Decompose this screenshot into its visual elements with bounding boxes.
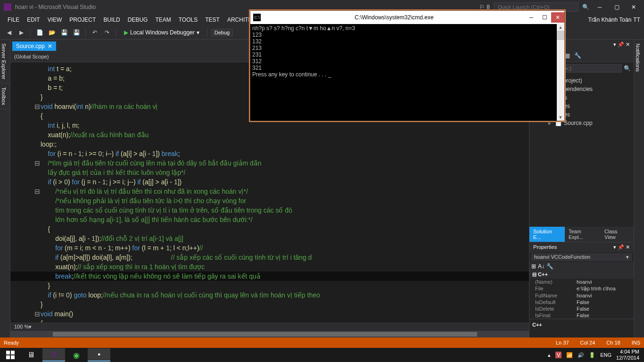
property-row[interactable]: Filee:\lập trình c\hoa bbox=[529, 285, 634, 292]
restore-button[interactable]: ▢ bbox=[610, 2, 623, 12]
cmd-close-button[interactable]: ✕ bbox=[551, 12, 564, 23]
tray-network-icon[interactable]: 📶 bbox=[566, 352, 573, 358]
menu-edit[interactable]: EDIT bbox=[23, 16, 43, 24]
save-all-icon[interactable]: 💾 bbox=[71, 27, 82, 38]
minimize-button[interactable]: ─ bbox=[593, 2, 606, 12]
scroll-thumb[interactable] bbox=[53, 332, 477, 337]
alphabetical-icon[interactable]: A↓ bbox=[538, 263, 545, 270]
property-row[interactable]: IsDeleteFalse bbox=[529, 305, 634, 312]
taskbar-cmd[interactable]: ▪ bbox=[88, 348, 110, 362]
tray-language[interactable]: ENG bbox=[600, 352, 611, 358]
properties-object-combo[interactable]: hoanvi VCCodeFunction▾ bbox=[531, 253, 632, 261]
tray-volume-icon[interactable]: 🔊 bbox=[578, 352, 584, 358]
menu-build[interactable]: BUILD bbox=[99, 16, 124, 24]
close-icon[interactable]: ✕ bbox=[626, 244, 630, 250]
vs-logo-icon bbox=[4, 3, 11, 11]
close-panel-icon[interactable]: ✕ bbox=[626, 41, 630, 47]
cmd-maximize-button[interactable]: ☐ bbox=[538, 12, 551, 23]
menu-team[interactable]: TEAM bbox=[151, 16, 174, 24]
taskbar-visual-studio[interactable]: ⧉ bbox=[42, 348, 65, 362]
status-line: Ln 37 bbox=[556, 340, 569, 346]
windows-taskbar: 🖥 ⧉ ◉ ▪ ▴ V 📶 🔊 🔋 ENG 4:04 PM 12/7/2014 bbox=[0, 348, 644, 362]
redo-icon[interactable]: ↷ bbox=[102, 27, 112, 38]
open-icon[interactable]: 📂 bbox=[47, 27, 57, 38]
wrench-icon[interactable]: 🔧 bbox=[546, 263, 553, 270]
cmd-minimize-button[interactable]: ─ bbox=[525, 12, 538, 23]
scope-dropdown[interactable]: (Global Scope) bbox=[14, 54, 49, 59]
cmd-scrollbar[interactable]: ▲ ▼ bbox=[557, 24, 564, 121]
menu-file[interactable]: FILE bbox=[4, 16, 23, 24]
tab-class-view[interactable]: Class View bbox=[601, 227, 634, 242]
nav-back-icon[interactable]: ◀ bbox=[4, 27, 14, 38]
cmd-title-text: C:\Windows\system32\cmd.exe bbox=[264, 14, 525, 21]
server-explorer-tab[interactable]: Server Explorer bbox=[0, 40, 10, 83]
scroll-up-icon[interactable]: ▲ bbox=[557, 24, 564, 31]
properties-grid[interactable]: ⊟ C++ (Name)hoanviFilee:\lập trình c\hoa… bbox=[529, 271, 634, 319]
cmd-title-bar[interactable]: C:\ C:\Windows\system32\cmd.exe ─ ☐ ✕ bbox=[250, 11, 564, 24]
save-icon[interactable]: 💾 bbox=[59, 27, 69, 38]
menu-debug[interactable]: DEBUG bbox=[124, 16, 152, 24]
zoom-level[interactable]: 100 % bbox=[14, 324, 29, 329]
system-tray: ▴ V 📶 🔊 🔋 ENG 4:04 PM 12/7/2014 bbox=[548, 349, 643, 361]
close-button[interactable]: ✕ bbox=[627, 2, 640, 12]
left-tool-rail: Server Explorer Toolbox bbox=[0, 40, 10, 337]
window-title: hoan vi - Microsoft Visual Studio bbox=[15, 4, 479, 10]
property-description: C++ bbox=[529, 319, 634, 337]
notifications-tab[interactable]: Notifications bbox=[634, 40, 642, 75]
new-file-icon[interactable]: 📄 bbox=[34, 27, 45, 38]
categorized-icon[interactable]: ⊞ bbox=[531, 263, 536, 270]
properties-title: Properties bbox=[533, 244, 557, 250]
tray-battery-icon[interactable]: 🔋 bbox=[589, 352, 595, 358]
status-bar: Ready Ln 37 Col 24 Ch 18 INS bbox=[0, 337, 644, 348]
nav-forward-icon[interactable]: ▶ bbox=[16, 27, 26, 38]
dropdown-icon[interactable]: ▾ bbox=[613, 41, 616, 47]
menu-tools[interactable]: TOOLS bbox=[175, 16, 201, 24]
cmd-icon: C:\ bbox=[253, 14, 261, 21]
menu-project[interactable]: PROJECT bbox=[66, 16, 99, 24]
status-ch: Ch 18 bbox=[606, 340, 620, 346]
config-combo[interactable]: Debug bbox=[211, 29, 233, 36]
right-tool-rail: Notifications bbox=[634, 40, 644, 337]
search-icon[interactable]: 🔍 bbox=[624, 65, 634, 72]
tab-solution-explorer[interactable]: Solution E... bbox=[529, 227, 565, 242]
property-row[interactable]: (Name)hoanvi bbox=[529, 279, 634, 285]
pin-icon[interactable]: 📌 bbox=[618, 41, 624, 47]
menu-view[interactable]: VIEW bbox=[44, 16, 66, 24]
cmd-window[interactable]: C:\ C:\Windows\system32\cmd.exe ─ ☐ ✕ nh… bbox=[250, 10, 565, 121]
status-ready: Ready bbox=[4, 340, 545, 346]
taskbar-app-3[interactable]: ◉ bbox=[65, 348, 88, 362]
horizontal-scrollbar[interactable] bbox=[10, 331, 529, 337]
status-ins: INS bbox=[632, 340, 640, 346]
undo-icon[interactable]: ↶ bbox=[90, 27, 100, 38]
pin-icon[interactable]: ▾ 📌 bbox=[613, 244, 624, 250]
property-row[interactable]: IsFinalFalse bbox=[529, 312, 634, 319]
search-icon[interactable]: 🔍 bbox=[582, 4, 589, 10]
toolbox-tab[interactable]: Toolbox bbox=[0, 83, 10, 109]
windows-logo-icon bbox=[6, 351, 15, 359]
status-col: Col 24 bbox=[580, 340, 595, 346]
user-name[interactable]: Trần Khánh Toàn bbox=[588, 16, 632, 23]
file-tab-source[interactable]: Source.cpp ✕ bbox=[12, 41, 56, 51]
tab-team-explorer[interactable]: Team Expl... bbox=[565, 227, 601, 242]
property-category: ⊟ C++ bbox=[529, 271, 634, 279]
solution-tab-strip: Solution E... Team Expl... Class View bbox=[529, 227, 634, 242]
notification-indicator[interactable]: ⚐ 8 bbox=[479, 4, 490, 10]
menu-test[interactable]: TEST bbox=[201, 16, 223, 24]
start-debug-button[interactable]: ▶Local Windows Debugger ▾ bbox=[120, 28, 203, 37]
properties-icon[interactable]: 🔧 bbox=[573, 51, 582, 60]
tray-shield-icon[interactable]: V bbox=[555, 352, 561, 358]
taskbar-app-1[interactable]: 🖥 bbox=[20, 348, 42, 362]
start-button[interactable] bbox=[1, 348, 20, 362]
tray-chevron-icon[interactable]: ▴ bbox=[548, 352, 551, 358]
play-icon: ▶ bbox=[124, 29, 128, 36]
taskbar-clock[interactable]: 4:04 PM 12/7/2014 bbox=[616, 349, 639, 361]
cmd-output[interactable]: nh?p s? s? h?ng c?n t▼m ho▲n v?, n=3 123… bbox=[250, 24, 564, 121]
property-row[interactable]: IsDefaultFalse bbox=[529, 299, 634, 305]
close-tab-icon[interactable]: ✕ bbox=[48, 43, 52, 49]
scroll-down-icon[interactable]: ▼ bbox=[557, 114, 564, 121]
property-row[interactable]: FullNamehoanvi bbox=[529, 292, 634, 299]
cmd-scroll-thumb[interactable] bbox=[557, 31, 564, 40]
properties-panel: Properties ▾ 📌 ✕ hoanvi VCCodeFunction▾ … bbox=[529, 242, 634, 337]
user-avatar[interactable]: TT bbox=[633, 16, 640, 23]
